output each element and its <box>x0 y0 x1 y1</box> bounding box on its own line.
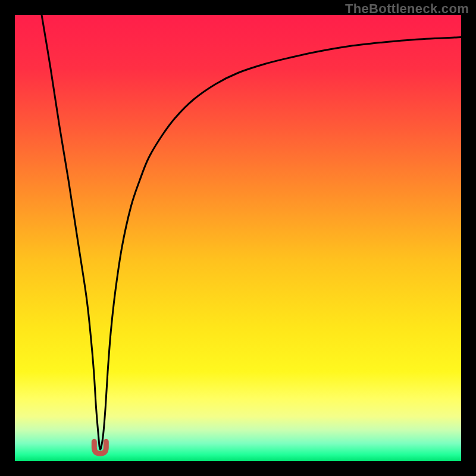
plot-area <box>15 15 461 461</box>
chart-frame: TheBottleneck.com <box>0 0 476 476</box>
bottleneck-chart <box>15 15 461 461</box>
gradient-background <box>15 15 461 461</box>
watermark-text: TheBottleneck.com <box>345 1 469 17</box>
